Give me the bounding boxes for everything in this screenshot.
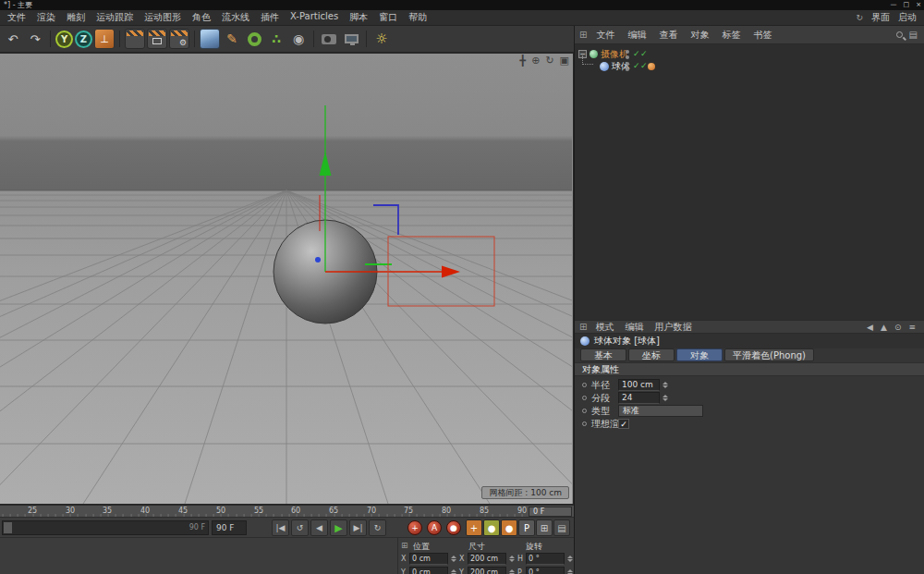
loop-button[interactable]: ↻ [369, 519, 386, 536]
om-menu-bookmarks[interactable]: 书签 [747, 29, 778, 42]
stepper[interactable] [566, 567, 574, 574]
menu-item-plugins[interactable]: 插件 [255, 11, 285, 24]
nav-up-icon[interactable]: ▲ [881, 323, 887, 332]
menu-item-help[interactable]: 帮助 [403, 11, 432, 24]
menu-item-pipeline[interactable]: 流水线 [216, 11, 255, 24]
goto-start-button[interactable]: |◀ [272, 519, 289, 536]
size-y-input[interactable]: 200 cm [468, 567, 506, 574]
current-frame-box[interactable]: 0 F [529, 507, 572, 517]
stepper[interactable] [566, 553, 574, 565]
panel-grid-icon[interactable]: ⊞ [579, 30, 587, 40]
axis-z-lock-icon[interactable]: Z [75, 31, 92, 48]
anim-dot-icon[interactable] [582, 383, 587, 387]
object-tree[interactable]: − 摄像机 ✓ ✓ 球体 ✓ ✓ [575, 44, 924, 320]
om-menu-tags[interactable]: 标签 [715, 29, 747, 42]
rotation-h-input[interactable]: 0 ° [526, 553, 565, 565]
interface-label[interactable]: 界面 [871, 11, 890, 24]
rotate-icon[interactable]: ↻ [545, 55, 553, 67]
position-x-input[interactable]: 0 cm [409, 553, 448, 565]
enabled-check-icon[interactable]: ✓ [640, 48, 648, 60]
visibility-dots-icon[interactable] [626, 62, 629, 71]
end-frame-field[interactable]: 90 F [212, 520, 247, 535]
rotation-p-input[interactable]: 0 ° [526, 567, 565, 574]
search-icon[interactable] [896, 31, 903, 38]
nav-back-icon[interactable]: ◀ [867, 323, 873, 332]
position-y-input[interactable]: 0 cm [409, 567, 448, 574]
goto-end-button[interactable]: ▶| [349, 519, 367, 536]
title-bar[interactable]: *] - 主要 — □ × [0, 0, 924, 10]
position-key-toggle[interactable]: + [466, 519, 482, 536]
menu-item-mograph[interactable]: 运动图形 [139, 11, 187, 24]
enabled-check-icon[interactable]: ✓ [640, 60, 648, 72]
object-row-camera[interactable]: − 摄像机 ✓ ✓ [575, 48, 924, 60]
add-torus-icon[interactable] [244, 29, 264, 49]
scale-key-toggle[interactable]: ● [483, 519, 500, 536]
undo-icon[interactable]: ↶ [3, 29, 23, 49]
lock-icon[interactable]: ⊙ [894, 323, 902, 332]
om-menu-objects[interactable]: 对象 [684, 29, 715, 42]
menu-item-render[interactable]: 渲染 [31, 11, 61, 24]
tab-basic[interactable]: 基本 [580, 348, 626, 361]
close-button[interactable]: × [916, 0, 921, 10]
object-row-sphere[interactable]: 球体 ✓ ✓ [575, 60, 924, 72]
refresh-icon[interactable]: ↻ [856, 13, 863, 22]
pla-key-toggle[interactable]: ⊞ [536, 519, 553, 536]
prev-frame-button[interactable]: ◀ [310, 519, 328, 536]
render-to-picture-icon[interactable] [147, 29, 167, 49]
mograph-cloner-icon[interactable]: ∴ [266, 29, 286, 49]
om-menu-edit[interactable]: 编辑 [621, 29, 652, 42]
cycle-button[interactable]: ↺ [291, 519, 309, 536]
anim-dot-icon[interactable] [582, 409, 587, 413]
object-properties-header[interactable]: 对象属性 [575, 362, 924, 376]
keyframe-selection-button[interactable]: ● [446, 520, 461, 535]
om-menu-file[interactable]: 文件 [590, 29, 621, 42]
tab-phong[interactable]: 平滑着色(Phong) [724, 348, 814, 361]
stepper[interactable] [450, 567, 457, 574]
axis-y-lock-icon[interactable]: Y [55, 31, 73, 48]
timeline-slider-handle[interactable] [4, 522, 12, 533]
maximize-button[interactable]: □ [904, 0, 910, 10]
redo-icon[interactable]: ↷ [25, 29, 45, 49]
display-icon[interactable] [341, 29, 361, 49]
am-menu-mode[interactable]: 模式 [590, 321, 619, 334]
viewport[interactable]: ╋ ⊕ ↻ ▣ 网格间距 : 100 cm [0, 53, 574, 505]
autokey-button[interactable]: A [427, 520, 442, 535]
tab-object[interactable]: 对象 [676, 348, 723, 361]
type-dropdown[interactable]: 标准 [618, 405, 703, 417]
visibility-dots-icon[interactable] [626, 50, 629, 59]
rotation-key-toggle[interactable]: ● [501, 519, 517, 536]
maximize-view-icon[interactable]: ▣ [560, 55, 569, 67]
stepper[interactable] [508, 553, 516, 565]
menu-icon[interactable]: ≡ [908, 323, 916, 332]
render-settings-icon[interactable]: ⚙ [169, 29, 189, 49]
tab-coordinates[interactable]: 坐标 [628, 348, 675, 361]
stepper[interactable] [661, 379, 669, 391]
menu-item-window[interactable]: 窗口 [373, 11, 403, 24]
zoom-icon[interactable]: ⊕ [531, 55, 540, 67]
timeline-ruler[interactable]: 25 30 35 40 45 50 55 60 65 70 75 80 85 9… [0, 505, 574, 517]
spline-pen-icon[interactable]: ✎ [222, 29, 242, 49]
filter-icon[interactable]: ▤ [909, 30, 918, 40]
layout-select[interactable]: 启动 [898, 11, 917, 24]
anim-dot-icon[interactable] [582, 421, 587, 426]
menu-item-file[interactable]: 文件 [2, 11, 31, 24]
enabled-check-icon[interactable]: ✓ [633, 48, 640, 60]
coordinate-system-icon[interactable]: ⊥ [94, 29, 115, 49]
stepper[interactable] [661, 392, 669, 404]
stepper[interactable] [508, 567, 516, 574]
metaball-icon[interactable]: ◉ [288, 29, 309, 49]
om-menu-view[interactable]: 查看 [652, 29, 684, 42]
camera-icon[interactable] [319, 29, 339, 49]
timeline-slider[interactable]: 90 F [2, 520, 209, 535]
menu-item-script[interactable]: 脚本 [344, 11, 373, 24]
add-cube-icon[interactable] [200, 29, 220, 49]
panel-grid-icon[interactable]: ⊞ [579, 322, 587, 332]
anim-dot-icon[interactable] [582, 396, 587, 400]
menu-item-character[interactable]: 角色 [187, 11, 216, 24]
am-menu-userdata[interactable]: 用户数据 [649, 321, 697, 334]
menu-item-sculpt[interactable]: 雕刻 [61, 11, 91, 24]
parameter-key-toggle[interactable]: P [518, 519, 535, 536]
enabled-check-icon[interactable]: ✓ [633, 60, 640, 72]
render-view-icon[interactable] [125, 29, 145, 49]
panel-grid-icon[interactable]: ⊞ [401, 541, 408, 550]
